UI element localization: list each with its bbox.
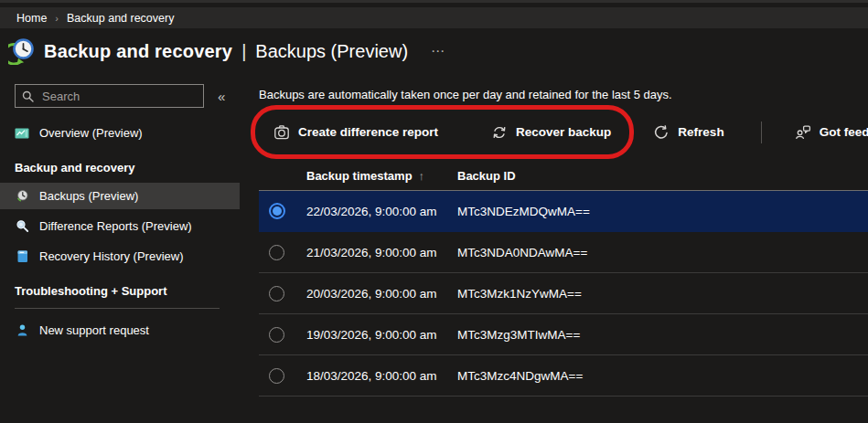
backups-table: Backup timestamp↑ Backup ID 22/03/2026, … (259, 162, 868, 397)
button-label: Create difference report (298, 125, 438, 139)
window-top-edge (0, 0, 868, 3)
breadcrumb-separator-icon: › (55, 13, 59, 24)
sidebar-search-box[interactable] (15, 84, 204, 108)
backup-timestamp-cell: 21/03/2026, 9:00:00 am (306, 246, 457, 259)
table-row[interactable]: 20/03/2026, 9:00:00 am MTc3Mzk1NzYwMA== (259, 273, 868, 314)
table-header-row: Backup timestamp↑ Backup ID (259, 162, 868, 191)
sidebar-section-backup-recovery: Backup and recovery (0, 150, 240, 183)
sidebar-item-label: Difference Reports (Preview) (39, 219, 192, 233)
search-icon (22, 90, 34, 102)
sidebar: « Overview (Preview) Backup and recovery (0, 72, 240, 413)
more-options-icon[interactable]: ⋯ (431, 43, 445, 59)
sidebar-divider (15, 308, 220, 309)
row-radio[interactable] (269, 286, 284, 301)
breadcrumb-home-link[interactable]: Home (16, 12, 47, 25)
sidebar-collapse-button[interactable]: « (218, 89, 225, 104)
row-radio[interactable] (269, 368, 284, 384)
column-header-label: Backup ID (457, 169, 516, 183)
backup-timestamp-cell: 20/03/2026, 9:00:00 am (306, 287, 457, 301)
backup-id-cell: MTc3Mzk1NzYwMA== (457, 287, 868, 301)
row-radio-selected[interactable] (269, 203, 285, 219)
overview-chart-icon (15, 126, 29, 141)
sidebar-item-difference-reports[interactable]: Difference Reports (Preview) (0, 213, 240, 239)
page-header: Backup and recovery | Backups (Preview) … (0, 28, 868, 72)
refresh-icon (653, 124, 670, 141)
table-row[interactable]: 18/03/2026, 9:00:00 am MTc3Mzc4NDgwMA== (259, 355, 868, 397)
table-row[interactable]: 22/03/2026, 9:00:00 am MTc3NDEzMDQwMA== (259, 191, 868, 232)
backup-id-cell: MTc3NDEzMDQwMA== (457, 205, 868, 218)
table-row[interactable]: 21/03/2026, 9:00:00 am MTc3NDA0NDAwMA== (259, 232, 868, 273)
backup-id-cell: MTc3Mzg3MTIwMA== (457, 328, 868, 342)
magnifier-icon (15, 219, 29, 234)
row-radio[interactable] (269, 245, 284, 260)
backup-clock-icon (8, 37, 36, 65)
button-label: Got feedback? (820, 125, 868, 139)
column-header-label: Backup timestamp (306, 169, 413, 183)
table-row[interactable]: 19/03/2026, 9:00:00 am MTc3Mzg3MTIwMA== (259, 314, 868, 355)
sidebar-item-label: Recovery History (Preview) (39, 249, 183, 263)
page-subtitle: Backups (Preview) (255, 41, 408, 62)
sidebar-item-backups[interactable]: Backups (Preview) (0, 183, 240, 209)
recover-backup-button[interactable]: Recover backup (477, 115, 626, 149)
sidebar-section-troubleshooting: Troubleshooting + Support (0, 273, 240, 306)
backup-timestamp-cell: 18/03/2026, 9:00:00 am (306, 369, 457, 383)
retention-info-text: Backups are automatically taken once per… (259, 88, 868, 101)
page-title-divider: | (241, 41, 246, 62)
column-header-id[interactable]: Backup ID (457, 169, 868, 183)
sidebar-item-overview[interactable]: Overview (Preview) (0, 120, 240, 146)
button-label: Recover backup (516, 125, 611, 139)
annotated-button-group: Create difference report Recover backup (259, 115, 626, 149)
row-radio[interactable] (269, 327, 284, 343)
command-bar: Create difference report Recover backup (259, 115, 868, 149)
sidebar-item-label: Backups (Preview) (39, 189, 138, 203)
got-feedback-button[interactable]: Got feedback? (780, 115, 868, 149)
breadcrumb: Home › Backup and recovery (0, 7, 868, 28)
camera-icon (273, 124, 290, 141)
refresh-button[interactable]: Refresh (638, 115, 738, 149)
backup-timestamp-cell: 22/03/2026, 9:00:00 am (306, 205, 457, 218)
create-difference-report-button[interactable]: Create difference report (259, 115, 453, 149)
search-input[interactable] (40, 89, 181, 104)
sort-ascending-icon: ↑ (419, 169, 425, 183)
backup-id-cell: MTc3Mzc4NDgwMA== (457, 369, 868, 383)
page-title: Backup and recovery (44, 41, 232, 62)
backup-timestamp-cell: 19/03/2026, 9:00:00 am (306, 328, 457, 342)
person-icon (15, 323, 29, 338)
column-header-timestamp[interactable]: Backup timestamp↑ (306, 169, 457, 183)
recover-sync-icon (491, 124, 508, 141)
sidebar-item-label: Overview (Preview) (39, 126, 143, 140)
sidebar-item-new-support-request[interactable]: New support request (0, 317, 240, 344)
main-panel: Backups are automatically taken once per… (240, 72, 868, 413)
clock-icon (15, 189, 29, 204)
toolbar-divider (761, 122, 762, 143)
breadcrumb-backup-link[interactable]: Backup and recovery (67, 12, 174, 25)
backup-id-cell: MTc3NDA0NDAwMA== (457, 246, 868, 259)
sidebar-item-recovery-history[interactable]: Recovery History (Preview) (0, 243, 240, 270)
sidebar-item-label: New support request (39, 323, 149, 337)
button-label: Refresh (678, 125, 723, 139)
feedback-icon (795, 124, 811, 141)
notebook-icon (15, 249, 29, 264)
